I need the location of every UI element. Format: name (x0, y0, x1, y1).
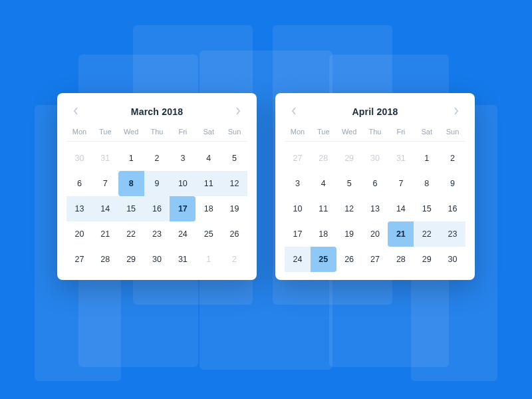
day-cell[interactable]: 21 (388, 221, 414, 247)
day-cell[interactable]: 7 (388, 171, 414, 196)
day-cell[interactable]: 19 (221, 196, 247, 221)
weekday-label: Tue (92, 128, 118, 136)
day-cell[interactable]: 9 (440, 171, 466, 196)
weekday-label: Sat (414, 128, 440, 136)
calendar-panels: March 2018 MonTueWedThuFriSatSun 3031123… (0, 93, 532, 280)
day-cell[interactable]: 2 (221, 247, 247, 272)
day-cell[interactable]: 3 (285, 171, 311, 196)
day-cell[interactable]: 30 (144, 247, 170, 272)
day-cell[interactable]: 29 (414, 247, 440, 272)
day-cell[interactable]: 22 (414, 221, 440, 247)
weekday-label: Thu (362, 128, 388, 136)
day-cell[interactable]: 15 (414, 196, 440, 221)
prev-month-button[interactable] (287, 105, 301, 118)
day-cell[interactable]: 13 (362, 196, 388, 221)
day-cell[interactable]: 10 (285, 196, 311, 221)
day-cell[interactable]: 14 (388, 196, 414, 221)
day-cell[interactable]: 6 (66, 171, 92, 196)
day-cell[interactable]: 14 (92, 196, 118, 221)
chevron-right-icon (235, 106, 241, 118)
weekday-label: Tue (311, 128, 336, 136)
day-cell[interactable]: 21 (92, 221, 118, 247)
day-cell[interactable]: 10 (170, 171, 196, 196)
weekday-label: Sun (440, 128, 466, 136)
day-cell[interactable]: 28 (311, 146, 336, 171)
day-cell[interactable]: 8 (118, 171, 144, 196)
day-cell[interactable]: 8 (414, 171, 440, 196)
day-cell[interactable]: 5 (221, 146, 247, 171)
day-cell[interactable]: 1 (118, 146, 144, 171)
day-cell[interactable]: 3 (170, 146, 196, 171)
day-cell[interactable]: 28 (92, 247, 118, 272)
day-cell[interactable]: 25 (196, 221, 221, 247)
day-cell[interactable]: 17 (285, 221, 311, 247)
next-month-button[interactable] (231, 105, 245, 118)
day-cell[interactable]: 17 (170, 196, 196, 221)
day-cell[interactable]: 1 (196, 247, 221, 272)
day-cell[interactable]: 4 (311, 171, 336, 196)
day-cell[interactable]: 13 (66, 196, 92, 221)
day-cell[interactable]: 23 (440, 221, 466, 247)
day-cell[interactable]: 18 (196, 196, 221, 221)
day-cell[interactable]: 12 (221, 171, 247, 196)
day-cell[interactable]: 31 (170, 247, 196, 272)
weekday-label: Fri (388, 128, 414, 136)
day-cell[interactable]: 2 (144, 146, 170, 171)
day-cell[interactable]: 24 (285, 247, 311, 272)
chevron-left-icon (73, 106, 78, 118)
day-cell[interactable]: 11 (196, 171, 221, 196)
weekday-label: Wed (336, 128, 362, 136)
weekday-label: Sat (196, 128, 221, 136)
day-cell[interactable]: 5 (336, 171, 362, 196)
day-cell[interactable]: 2 (440, 146, 466, 171)
next-month-button[interactable] (450, 105, 463, 118)
day-cell[interactable]: 24 (170, 221, 196, 247)
day-cell[interactable]: 26 (221, 221, 247, 247)
day-cell[interactable]: 31 (388, 146, 414, 171)
day-cell[interactable]: 16 (440, 196, 466, 221)
day-cell[interactable]: 29 (336, 146, 362, 171)
day-grid: 2728293031123456789101112131415161718192… (285, 142, 466, 272)
weekday-label: Wed (118, 128, 144, 136)
day-cell[interactable]: 30 (66, 146, 92, 171)
day-cell[interactable]: 27 (66, 247, 92, 272)
calendar-march: March 2018 MonTueWedThuFriSatSun 3031123… (57, 93, 257, 280)
chevron-left-icon (291, 106, 297, 118)
day-cell[interactable]: 26 (336, 247, 362, 272)
day-cell[interactable]: 23 (144, 221, 170, 247)
day-cell[interactable]: 6 (362, 171, 388, 196)
prev-month-button[interactable] (69, 105, 82, 118)
month-title: March 2018 (131, 106, 183, 117)
day-cell[interactable]: 27 (362, 247, 388, 272)
weekday-label: Fri (170, 128, 196, 136)
weekday-label: Mon (66, 128, 92, 136)
day-cell[interactable]: 27 (285, 146, 311, 171)
calendar-april: April 2018 MonTueWedThuFriSatSun 2728293… (275, 93, 475, 280)
day-cell[interactable]: 25 (311, 247, 336, 272)
day-cell[interactable]: 20 (66, 221, 92, 247)
day-cell[interactable]: 20 (362, 221, 388, 247)
weekday-label: Sun (221, 128, 247, 136)
chevron-right-icon (454, 106, 459, 118)
day-cell[interactable]: 1 (414, 146, 440, 171)
day-cell[interactable]: 30 (440, 247, 466, 272)
day-cell[interactable]: 30 (362, 146, 388, 171)
day-cell[interactable]: 29 (118, 247, 144, 272)
day-cell[interactable]: 7 (92, 171, 118, 196)
day-cell[interactable]: 15 (118, 196, 144, 221)
day-cell[interactable]: 18 (311, 221, 336, 247)
day-cell[interactable]: 16 (144, 196, 170, 221)
weekday-row: MonTueWedThuFriSatSun (66, 128, 247, 142)
day-cell[interactable]: 31 (92, 146, 118, 171)
calendar-header: March 2018 (66, 105, 247, 128)
weekday-row: MonTueWedThuFriSatSun (285, 128, 466, 142)
day-cell[interactable]: 28 (388, 247, 414, 272)
day-cell[interactable]: 4 (196, 146, 221, 171)
day-cell[interactable]: 19 (336, 221, 362, 247)
day-cell[interactable]: 9 (144, 171, 170, 196)
day-cell[interactable]: 22 (118, 221, 144, 247)
calendar-header: April 2018 (285, 105, 466, 128)
month-title: April 2018 (352, 106, 398, 117)
day-cell[interactable]: 11 (311, 196, 336, 221)
day-cell[interactable]: 12 (336, 196, 362, 221)
